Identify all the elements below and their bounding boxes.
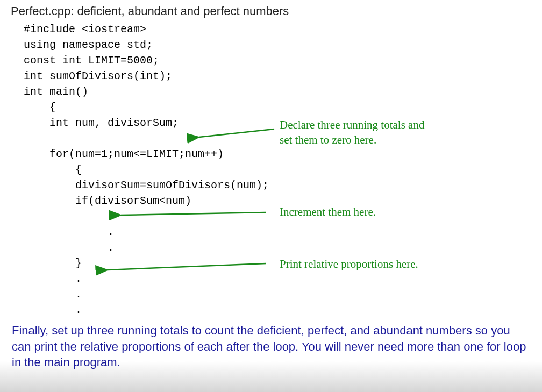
code-line: divisorSum=sumOfDivisors(num); <box>11 179 269 191</box>
code-block: #include <iostream> using namespace std;… <box>11 22 531 365</box>
annotation-declare: Declare three running totals and set the… <box>280 117 424 148</box>
code-line: using namespace std; <box>11 39 153 51</box>
footer-instructions: Finally, set up three running totals to … <box>0 315 542 392</box>
code-line: { <box>11 163 82 176</box>
annotation-print: Print relative proportions here. <box>280 256 418 272</box>
code-line: #include <iostream> <box>11 23 146 35</box>
code-line: . <box>11 210 114 223</box>
code-line: { <box>11 101 56 113</box>
code-line: int main() <box>11 85 88 98</box>
code-line: . <box>11 288 82 301</box>
code-line: if(divisorSum<num) <box>11 195 191 207</box>
slide-title: Perfect.cpp: deficient, abundant and per… <box>11 4 531 18</box>
code-line: . <box>11 304 82 316</box>
code-line: for(num=1;num<=LIMIT;num++) <box>11 148 224 160</box>
annotation-increment: Increment them here. <box>280 204 376 219</box>
code-line: . <box>11 273 82 285</box>
code-line: . <box>11 226 114 238</box>
code-line: . <box>11 241 114 254</box>
code-line: int num, divisorSum; <box>11 117 179 129</box>
code-line: const int LIMIT=5000; <box>11 54 159 67</box>
code-line: } <box>11 257 82 269</box>
code-line: int sumOfDivisors(int); <box>11 70 172 82</box>
